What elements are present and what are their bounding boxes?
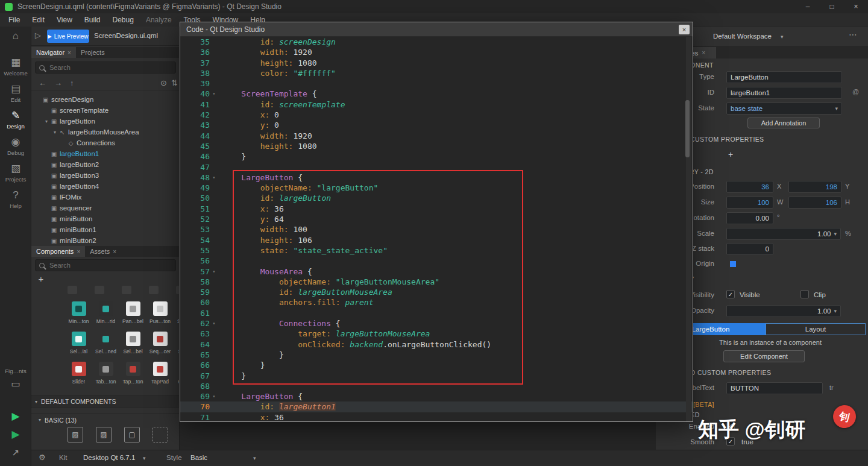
tree-item-screenDesign[interactable]: ▣screenDesign xyxy=(31,94,180,105)
size-w-field[interactable]: 100 xyxy=(726,197,773,209)
section-default-components[interactable]: ▾ DEFAULT COMPONENTS xyxy=(31,395,180,408)
code-line[interactable]: 47 xyxy=(180,162,693,172)
tree-item-miniButton2[interactable]: ▣miniButton2 xyxy=(31,235,180,246)
code-line[interactable]: 54 height: 106 xyxy=(180,235,693,245)
component-item-minton[interactable]: Min…ton xyxy=(65,299,92,329)
opacity-field[interactable]: 1.00 ▾ xyxy=(726,305,841,317)
type-field[interactable]: LargeButton xyxy=(726,71,842,83)
item-component-icon[interactable] xyxy=(153,427,168,442)
position-y-field[interactable]: 198 xyxy=(788,181,841,193)
code-line[interactable]: 57▾ MouseArea { xyxy=(180,266,693,277)
code-line[interactable]: 55 state: "state_state_active" xyxy=(180,245,693,256)
code-line[interactable]: 39 xyxy=(180,78,693,89)
fold-expander-icon[interactable]: ▾ xyxy=(210,266,218,277)
mode-item-edit[interactable]: ▤Edit xyxy=(0,82,31,109)
size-h-field[interactable]: 106 xyxy=(788,197,841,209)
menu-item-analyze[interactable]: Analyze xyxy=(140,13,178,27)
move-up-icon[interactable]: ↑ xyxy=(70,78,74,87)
component-item-selned[interactable]: Sel…ned xyxy=(92,329,119,359)
components-search[interactable] xyxy=(35,259,176,271)
code-line[interactable]: 45 height: 1080 xyxy=(180,141,693,151)
strip-item-figmacomponents[interactable]: Fig…nts ▭ xyxy=(0,368,31,389)
mode-item-debug[interactable]: ◉Debug xyxy=(0,135,31,162)
code-line[interactable]: 70 id: largeButton1 xyxy=(180,401,693,412)
code-line[interactable]: 51 x: 36 xyxy=(180,204,693,214)
code-window-titlebar[interactable]: Code - Qt Design Studio xyxy=(180,22,693,37)
code-line[interactable]: 58 objectName: "largeButtonMouseArea" xyxy=(180,277,693,287)
close-button[interactable]: × xyxy=(844,0,868,13)
component-item-minrid[interactable]: Min…rid xyxy=(92,299,119,329)
code-line[interactable]: 35 id: screenDesign xyxy=(180,37,693,47)
component-item-tapton[interactable]: Tap…ton xyxy=(119,359,146,389)
component-item-puston[interactable]: Pus…ton xyxy=(146,299,174,329)
kit-selector[interactable]: Desktop Qt 6.7.1 xyxy=(83,454,135,461)
code-line[interactable]: 49 objectName: "largeButton" xyxy=(180,183,693,193)
code-line[interactable]: 52 y: 64 xyxy=(180,214,693,224)
code-line[interactable]: 38 color: "#ffffff" xyxy=(180,68,693,78)
code-line[interactable]: 37 height: 1080 xyxy=(180,58,693,68)
component-item-seqcer[interactable]: Seq…cer xyxy=(146,329,174,359)
close-icon[interactable]: × xyxy=(68,49,71,56)
code-line[interactable]: 43 y: 0 xyxy=(180,120,693,130)
code-line[interactable]: 41 id: screenTemplate xyxy=(180,99,693,110)
component-item-tappad[interactable]: TapPad xyxy=(146,359,174,389)
code-line[interactable]: 64 onClicked: backend.onLargeButtonClick… xyxy=(180,339,693,350)
expander-icon[interactable]: ▾ xyxy=(52,130,58,135)
code-line[interactable]: 36 width: 1920 xyxy=(180,47,693,57)
forward-icon[interactable]: → xyxy=(54,78,62,87)
eye-icon[interactable]: ⊙ xyxy=(160,78,167,87)
tree-item-miniButton[interactable]: ▣miniButton xyxy=(31,213,180,224)
add-component-button[interactable]: + xyxy=(36,274,46,284)
menu-item-build[interactable]: Build xyxy=(78,13,107,27)
external-link-icon[interactable]: ↗ xyxy=(0,447,31,458)
chevron-down-icon[interactable]: ▾ xyxy=(781,34,784,40)
fold-expander-icon[interactable]: ▾ xyxy=(210,172,218,183)
tree-item-largeButton[interactable]: ▾▣largeButton xyxy=(31,116,180,127)
close-icon[interactable]: × xyxy=(113,248,116,255)
menu-item-view[interactable]: View xyxy=(51,13,78,27)
run-button[interactable]: ▶ xyxy=(0,410,31,423)
tab-assets[interactable]: Assets × xyxy=(85,246,121,257)
tree-item-miniButton1[interactable]: ▣miniButton1 xyxy=(31,224,180,235)
tab-components[interactable]: Components × xyxy=(31,246,85,257)
code-editor[interactable]: 35 id: screenDesign36 width: 192037 heig… xyxy=(180,37,693,421)
component-item-slider[interactable]: Slider xyxy=(65,359,92,389)
code-line[interactable]: 68 xyxy=(180,381,693,391)
code-line[interactable]: 60 anchors.fill: parent xyxy=(180,297,693,307)
tree-item-sequencer[interactable]: ▣sequencer xyxy=(31,203,180,213)
style-selector[interactable]: Basic xyxy=(190,454,207,461)
section-basic[interactable]: ▾ BASIC (13) xyxy=(31,414,180,426)
tree-item-largeButton1[interactable]: ▣largeButton1 xyxy=(31,148,180,159)
component-item-scrate[interactable]: Scr…ate xyxy=(174,299,180,329)
code-line[interactable]: 69▾ LargeButton { xyxy=(180,391,693,401)
tree-item-largeButton2[interactable]: ▣largeButton2 xyxy=(31,159,180,170)
image-component-icon[interactable]: ▨ xyxy=(68,427,83,442)
mode-item-welcome[interactable]: ▦Welcome xyxy=(0,55,31,82)
minimize-button[interactable]: – xyxy=(796,0,820,13)
chevron-down-icon[interactable]: ▾ xyxy=(143,455,146,461)
more-options-icon[interactable]: ⋯ xyxy=(849,30,857,39)
navigator-search[interactable] xyxy=(35,61,176,74)
tree-item-lFOMix[interactable]: ▣lFOMix xyxy=(31,192,180,203)
fold-expander-icon[interactable]: ▾ xyxy=(210,89,218,99)
tab-navigator[interactable]: Navigator × xyxy=(31,47,76,58)
menu-item-edit[interactable]: Edit xyxy=(26,13,51,27)
tree-item-largeButtonMouseArea[interactable]: ▾↖largeButtonMouseArea xyxy=(31,127,180,137)
close-icon[interactable]: × xyxy=(77,248,80,255)
component-item-panbel[interactable]: Pan…bel xyxy=(119,299,146,329)
zstack-field[interactable]: 0 xyxy=(726,243,773,255)
run-preview-icon[interactable]: ▷ xyxy=(35,31,41,40)
id-field[interactable]: largeButton1 xyxy=(726,87,842,99)
code-line[interactable]: 44 width: 1920 xyxy=(180,131,693,141)
live-preview-button[interactable]: ▶ Live Preview xyxy=(47,30,89,43)
tree-item-screenTemplate[interactable]: ▣screenTemplate xyxy=(31,105,180,116)
code-line[interactable]: 62▾ Connections { xyxy=(180,318,693,329)
export-alias-icon[interactable]: @ xyxy=(852,88,859,95)
code-line[interactable]: 53 width: 100 xyxy=(180,224,693,235)
tab-layout[interactable]: Layout xyxy=(766,323,866,335)
home-icon[interactable]: ⌂ xyxy=(0,30,31,42)
tab-projects[interactable]: Projects xyxy=(76,47,110,58)
border-image-component-icon[interactable]: ▢ xyxy=(124,427,140,442)
smooth-checkbox[interactable]: ✓ xyxy=(726,437,735,446)
code-line[interactable]: 56 xyxy=(180,256,693,266)
